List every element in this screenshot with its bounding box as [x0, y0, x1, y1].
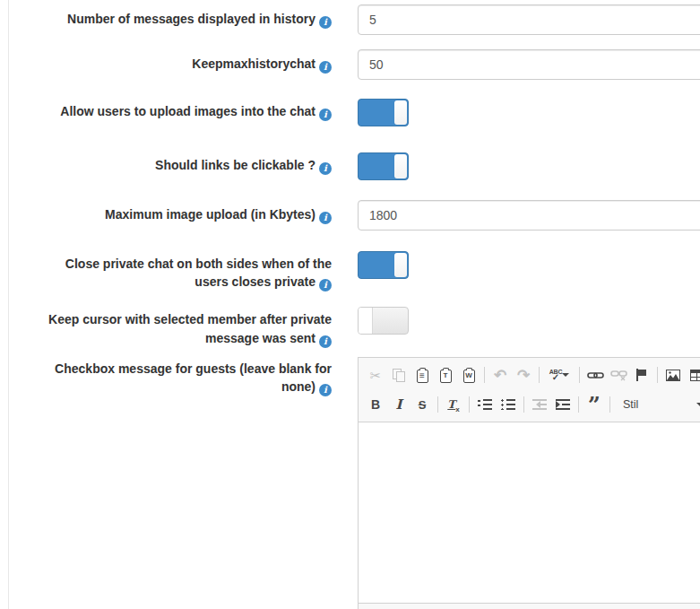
remove-format-t: T: [447, 398, 455, 411]
strikethrough-icon[interactable]: S: [411, 394, 433, 415]
editor-bottom-bar: [359, 603, 700, 609]
number-of-messages-input[interactable]: [358, 4, 700, 35]
toolbar-separator: [437, 396, 438, 413]
toggle-knob: [359, 308, 373, 334]
toolbar-separator: [657, 367, 658, 383]
numbered-list-icon[interactable]: [474, 394, 496, 415]
link-icon[interactable]: [584, 364, 606, 386]
form-row-max-image-upload: Maximum image upload (in Kbytes)i: [9, 200, 700, 231]
cut-glyph: ✂: [370, 369, 382, 382]
strikethrough-glyph: S: [419, 398, 427, 412]
toolbar-separator: [469, 396, 470, 413]
styles-dropdown[interactable]: Stil: [616, 394, 700, 415]
toolbar-separator: [539, 367, 540, 383]
decrease-indent-icon[interactable]: [529, 394, 550, 415]
keepmaxhistorychat-input[interactable]: [358, 49, 700, 80]
copy-icon[interactable]: [388, 364, 410, 386]
info-icon[interactable]: i: [319, 162, 332, 175]
remove-format-icon[interactable]: Tx: [443, 394, 464, 415]
form-row-links-clickable: Should links be clickable ?i: [9, 152, 700, 184]
dropdown-caret-icon: [696, 403, 700, 410]
toggle-knob: [394, 253, 407, 277]
anchor-flag-icon[interactable]: [631, 364, 652, 386]
toggle-allow-upload-images[interactable]: [358, 99, 409, 126]
styles-dropdown-label: Stil: [623, 398, 638, 411]
rich-text-editor: ✂ ≡ T W ↶ ↷ ABC✓: [358, 357, 700, 609]
field-label-text: Should links be clickable ?: [155, 158, 315, 172]
remove-format-glyph: Tx: [447, 396, 459, 413]
info-icon[interactable]: i: [319, 335, 332, 348]
paste-text-glyph: T: [440, 370, 452, 383]
form-row-checkbox-message-guests: Checkbox message for guests (leave blank…: [9, 357, 700, 609]
blockquote-icon[interactable]: ”: [583, 394, 605, 415]
max-image-upload-input[interactable]: [358, 200, 700, 231]
field-label: Should links be clickable ?i: [9, 152, 358, 175]
field-label: Checkbox message for guests (leave blank…: [9, 357, 358, 396]
undo-glyph: ↶: [494, 368, 506, 383]
increase-indent-glyph: [556, 399, 570, 410]
bulleted-list-icon[interactable]: [497, 394, 519, 415]
italic-glyph: I: [395, 396, 402, 413]
remove-format-x: x: [455, 405, 459, 413]
field-label: Allow users to upload images into the ch…: [9, 99, 358, 121]
field-label-text: Keep cursor with selected member after p…: [48, 312, 332, 344]
toggle-keep-cursor-after-private[interactable]: [358, 307, 409, 335]
decrease-indent-glyph: [532, 399, 547, 410]
bold-glyph: B: [371, 397, 380, 412]
toolbar-separator: [484, 367, 485, 383]
toolbar-separator: [609, 396, 610, 413]
redo-glyph: ↷: [517, 368, 530, 383]
field-controls: [358, 49, 700, 80]
toggle-knob: [394, 100, 407, 125]
field-controls: [358, 152, 700, 184]
field-label-text: Number of messages displayed in history: [67, 12, 315, 26]
toggle-close-private-both-sides[interactable]: [358, 251, 409, 279]
field-label-text: Close private chat on both sides when of…: [65, 257, 332, 289]
redo-icon[interactable]: ↷: [513, 364, 534, 386]
toolbar-separator: [579, 367, 580, 383]
toggle-links-clickable[interactable]: [358, 152, 409, 180]
field-label-text: Maximum image upload (in Kbytes): [105, 207, 315, 222]
paste-word-glyph: W: [463, 370, 475, 383]
field-label: Keepmaxhistorychati: [9, 49, 358, 74]
field-label-text: Allow users to upload images into the ch…: [60, 104, 315, 118]
field-label: Maximum image upload (in Kbytes)i: [9, 200, 358, 224]
field-controls: [358, 99, 700, 130]
paste-icon[interactable]: ≡: [411, 364, 433, 386]
image-icon[interactable]: [662, 364, 684, 386]
paste-from-word-icon[interactable]: W: [458, 364, 480, 386]
bulleted-list-glyph: [501, 399, 515, 410]
info-icon[interactable]: i: [319, 212, 332, 224]
toolbar-separator: [523, 396, 524, 413]
spell-check-icon[interactable]: ABC✓: [544, 364, 575, 386]
info-icon[interactable]: i: [319, 109, 332, 121]
editor-toolbar: ✂ ≡ T W ↶ ↷ ABC✓: [359, 358, 700, 422]
copy-glyph: [392, 369, 406, 382]
info-icon[interactable]: i: [319, 61, 332, 74]
numbered-list-glyph: [478, 399, 492, 410]
table-icon[interactable]: [686, 364, 700, 386]
paste-plain-text-icon[interactable]: T: [435, 364, 456, 386]
cut-icon[interactable]: ✂: [365, 364, 386, 386]
bold-icon[interactable]: B: [365, 394, 386, 415]
form-row-close-private-both-sides: Close private chat on both sides when of…: [9, 251, 700, 291]
image-glyph: [666, 370, 680, 381]
increase-indent-icon[interactable]: [552, 394, 574, 415]
info-icon[interactable]: i: [319, 279, 332, 291]
unlink-icon[interactable]: [608, 364, 629, 386]
spell-check-mark: ✓: [552, 373, 559, 382]
field-controls: [358, 4, 700, 35]
form-row-keepmaxhistorychat: Keepmaxhistorychati: [9, 49, 700, 80]
info-icon[interactable]: i: [319, 384, 332, 396]
undo-icon[interactable]: ↶: [489, 364, 511, 386]
blockquote-glyph: ”: [588, 401, 601, 410]
toggle-knob: [394, 154, 407, 178]
link-glyph: [587, 370, 604, 380]
field-controls: [358, 251, 700, 283]
info-icon[interactable]: i: [319, 16, 332, 29]
editor-content-area[interactable]: [359, 422, 700, 603]
italic-icon[interactable]: I: [388, 394, 410, 415]
field-controls: ✂ ≡ T W ↶ ↷ ABC✓: [358, 357, 700, 609]
flag-glyph: [636, 369, 647, 381]
editor-toolbar-row-1: ✂ ≡ T W ↶ ↷ ABC✓: [364, 361, 700, 390]
